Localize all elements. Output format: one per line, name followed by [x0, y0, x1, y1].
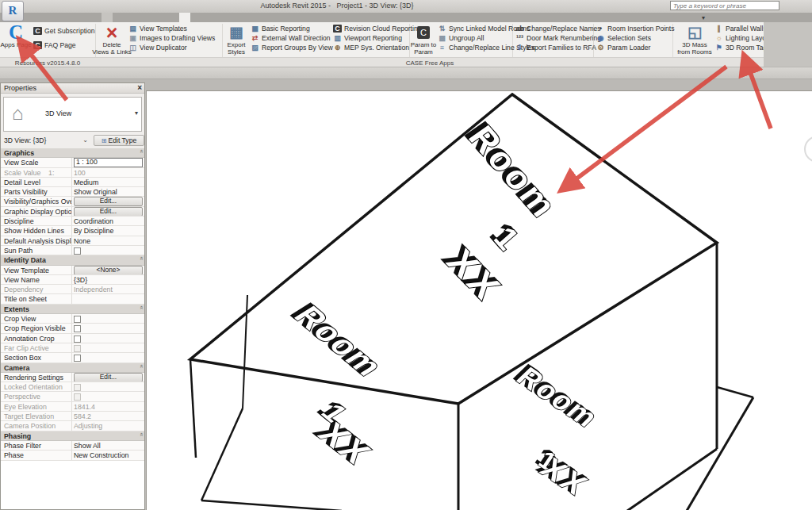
ribbon-tab[interactable]: [90, 13, 102, 22]
close-hidden-windows-icon[interactable]: [155, 68, 167, 79]
property-row[interactable]: Show Hidden Lines By Discipline: [1, 226, 144, 236]
ribbon-button[interactable]: ▥ Viewport Reporting: [333, 34, 421, 42]
checkbox[interactable]: [74, 384, 81, 391]
ribbon-tab[interactable]: [157, 13, 168, 22]
property-row[interactable]: Camera Position Adjusting: [1, 421, 144, 431]
property-value[interactable]: [72, 324, 144, 332]
property-value[interactable]: [72, 353, 144, 362]
property-value[interactable]: 1 : 100: [72, 158, 144, 167]
property-row[interactable]: Graphic Display Options Edit...: [1, 207, 144, 217]
property-value[interactable]: None: [72, 236, 144, 245]
property-row[interactable]: Parts Visibility Show Original: [1, 187, 144, 197]
ribbon-tab[interactable]: [179, 13, 190, 22]
property-row[interactable]: Phasing: [1, 431, 144, 441]
delete-views-links-button[interactable]: × Delete Views & Links: [97, 23, 127, 58]
property-value[interactable]: 100: [72, 168, 144, 177]
tag-by-category-icon[interactable]: [92, 68, 103, 79]
ribbon-button[interactable]: ⇄ External Wall Direction: [251, 34, 333, 42]
ribbon-tab[interactable]: [24, 13, 35, 22]
property-value[interactable]: Coordination: [72, 217, 144, 225]
property-row[interactable]: Crop Region Visible: [1, 324, 144, 333]
thin-lines-icon[interactable]: [143, 68, 154, 79]
close-icon[interactable]: ×: [137, 83, 142, 92]
param-to-param-button[interactable]: C Param to Param: [412, 23, 435, 58]
text-icon[interactable]: [105, 68, 116, 79]
ribbon-tab[interactable]: [46, 13, 57, 22]
apps-page-button[interactable]: C Apps Page: [2, 23, 30, 58]
property-value[interactable]: Medium: [72, 178, 144, 186]
edit-type-button[interactable]: ⊞Edit Type: [94, 135, 144, 146]
property-value[interactable]: [72, 382, 144, 391]
property-value[interactable]: Show All: [72, 441, 144, 450]
redo-icon[interactable]: [54, 68, 65, 79]
property-row[interactable]: Camera: [1, 363, 144, 373]
ribbon-button[interactable]: ▣ Images to Drafting Views: [128, 34, 215, 42]
property-row[interactable]: Eye Elevation 1841.4: [1, 402, 144, 412]
property-row[interactable]: Default Analysis Display... None: [1, 236, 144, 246]
ribbon-button[interactable]: ⚙ Param Loader: [596, 44, 675, 52]
undo-icon[interactable]: [41, 68, 52, 79]
ribbon-button[interactable]: C FAQ Page: [33, 41, 95, 49]
checkbox[interactable]: [74, 247, 81, 255]
ribbon-button[interactable]: ab Change/Replace Names: [515, 25, 601, 33]
ribbon-tab[interactable]: [224, 13, 235, 22]
save-icon[interactable]: [16, 68, 27, 79]
ribbon-tab[interactable]: [168, 13, 179, 22]
property-row[interactable]: Far Clip Active: [1, 343, 144, 353]
property-value[interactable]: 1841.4: [72, 402, 144, 411]
property-row[interactable]: Title on Sheet: [1, 294, 144, 304]
instance-selector[interactable]: 3D View: {3D} ⌄: [2, 135, 90, 146]
sync-icon[interactable]: [29, 68, 40, 79]
ribbon-button[interactable]: ◉ Selection Sets: [596, 34, 675, 42]
property-row[interactable]: Visibility/Graphics Overr... Edit...: [1, 197, 144, 206]
property-value[interactable]: 584.2: [72, 412, 144, 420]
property-value[interactable]: By Discipline: [72, 226, 144, 235]
ribbon-tab[interactable]: [190, 13, 201, 22]
property-value[interactable]: [72, 294, 144, 303]
chevron-down-icon[interactable]: ▾: [135, 109, 138, 117]
property-row[interactable]: Section Box: [1, 353, 144, 362]
property-row[interactable]: Target Elevation 584.2: [1, 412, 144, 421]
property-row[interactable]: Crop View: [1, 314, 144, 324]
ribbon-button[interactable]: C Get Subscription: [33, 27, 95, 35]
revit-app-button[interactable]: R: [2, 1, 24, 21]
switch-windows-icon[interactable]: [168, 68, 179, 79]
ribbon-button[interactable]: ▤ View Templates: [128, 25, 215, 33]
tab-overflow-button[interactable]: ▾: [698, 13, 709, 22]
property-value[interactable]: Edit...: [72, 197, 144, 205]
drawing-area[interactable]: Room 1 XX Room 1 XX Room 1 XX: [146, 90, 812, 510]
property-row[interactable]: Graphics: [1, 148, 144, 158]
ribbon-tab[interactable]: [213, 13, 224, 22]
property-value[interactable]: Adjusting: [72, 421, 144, 430]
property-value[interactable]: {3D}: [72, 275, 144, 284]
property-row[interactable]: Phase New Construction: [1, 451, 144, 460]
checkbox[interactable]: [74, 336, 81, 343]
property-row[interactable]: Detail Level Medium: [1, 178, 144, 187]
ribbon-button[interactable]: ▦ Basic Reporting: [251, 25, 333, 33]
property-row[interactable]: View Scale 1 : 100: [1, 158, 144, 167]
checkbox[interactable]: [74, 393, 81, 401]
property-row[interactable]: View Template <None>: [1, 266, 144, 275]
checkbox[interactable]: [74, 325, 81, 332]
checkbox[interactable]: [74, 355, 81, 362]
property-value[interactable]: <None>: [72, 266, 144, 274]
property-row[interactable]: Rendering Settings Edit...: [1, 373, 144, 382]
default-3d-view-icon[interactable]: [117, 68, 128, 79]
ribbon-button[interactable]: ⊕ MEP Sys. Orientation: [333, 44, 421, 52]
section-icon[interactable]: [130, 68, 141, 79]
property-row[interactable]: Dependency Independent: [1, 285, 144, 294]
property-row[interactable]: Scale Value 1: 100: [1, 168, 144, 178]
checkbox[interactable]: [74, 345, 81, 352]
ribbon-button[interactable]: C Revision Cloud Reporting: [333, 25, 421, 33]
help-search-input[interactable]: [670, 1, 779, 10]
property-row[interactable]: Discipline Coordination: [1, 217, 144, 226]
property-row[interactable]: Extents: [1, 305, 144, 314]
ribbon-button[interactable]: ◫ View Duplicator: [128, 44, 215, 52]
property-value[interactable]: Independent: [72, 285, 144, 293]
property-row[interactable]: Sun Path: [1, 246, 144, 255]
ribbon-tab[interactable]: [135, 13, 146, 22]
properties-panel-header[interactable]: Properties ×: [1, 83, 144, 94]
property-value[interactable]: [72, 334, 144, 343]
property-value[interactable]: Edit...: [72, 373, 144, 382]
ribbon-button[interactable]: ⇩ Export Families to RFA: [515, 44, 601, 52]
